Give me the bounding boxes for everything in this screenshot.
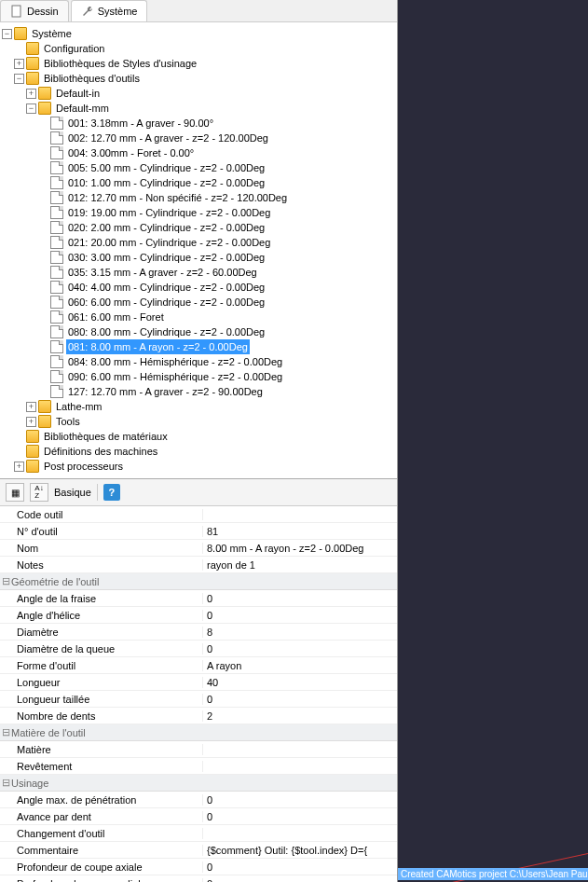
property-name: Forme d'outil (0, 660, 203, 671)
property-value[interactable]: 0 (203, 593, 397, 604)
collapse-icon[interactable]: ⊟ (0, 575, 11, 587)
expand-icon[interactable]: + (14, 462, 24, 472)
tree-tool-item[interactable]: 005: 5.00 mm - Cylindrique - z=2 - 0.00D… (2, 160, 395, 175)
collapse-icon[interactable]: − (26, 103, 36, 114)
property-row[interactable]: Angle max. de pénétration0 (0, 792, 397, 808)
tree-machine-defs[interactable]: Définitions des machines (2, 444, 395, 459)
property-row[interactable]: Profondeur de coupe radiale0 (0, 875, 397, 882)
property-row[interactable]: Commentaire{$comment} Outil: {$tool.inde… (0, 842, 397, 859)
tree-tools[interactable]: +Tools (2, 414, 395, 429)
tree-tool-libs[interactable]: −Bibliothèques d'outils (2, 71, 395, 86)
tree-tool-item[interactable]: 084: 8.00 mm - Hémisphérique - z=2 - 0.0… (2, 354, 395, 369)
property-name: Code outil (0, 509, 203, 520)
property-value[interactable]: 0 (203, 794, 397, 806)
property-value[interactable]: 0 (203, 610, 397, 621)
property-row[interactable]: Code outil (0, 506, 397, 523)
collapse-icon[interactable]: − (2, 29, 12, 39)
document-icon (50, 236, 63, 249)
tree-tool-item[interactable]: 001: 3.18mm - A graver - 90.00° (2, 116, 395, 131)
property-row[interactable]: Diamètre de la queue0 (0, 641, 397, 657)
tree-lathe-mm[interactable]: +Lathe-mm (2, 399, 395, 414)
property-row[interactable]: Matière (0, 741, 397, 758)
property-row[interactable]: Revêtement (0, 758, 397, 775)
tree-tool-item[interactable]: 060: 6.00 mm - Cylindrique - z=2 - 0.00D… (2, 295, 395, 310)
document-icon (50, 131, 63, 145)
property-row[interactable]: Nombre de dents2 (0, 708, 397, 724)
tab-bar: Dessin Système (0, 0, 397, 22)
property-value[interactable]: rayon de 1 (203, 559, 397, 571)
property-grid[interactable]: Code outilN° d'outil81Nom8.00 mm - A ray… (0, 506, 397, 882)
expand-icon[interactable]: + (14, 59, 24, 69)
tree-view[interactable]: −SystèmeConfiguration+Bibliothèques de S… (0, 22, 397, 479)
expand-icon[interactable]: + (26, 417, 36, 427)
property-category[interactable]: ⊟Matière de l'outil (0, 724, 397, 741)
tree-tool-item[interactable]: 019: 19.00 mm - Cylindrique - z=2 - 0.00… (2, 205, 395, 220)
tree-tool-item[interactable]: 090: 6.00 mm - Hémisphérique - z=2 - 0.0… (2, 369, 395, 384)
property-row[interactable]: Diamètre8 (0, 624, 397, 641)
property-value[interactable]: 0 (203, 694, 397, 705)
tree-material-libs[interactable]: Bibliothèques de matériaux (2, 429, 395, 444)
property-value[interactable]: 2 (203, 710, 397, 722)
tree-item-label: 040: 4.00 mm - Cylindrique - z=2 - 0.00D… (66, 280, 267, 295)
property-row[interactable]: N° d'outil81 (0, 523, 397, 540)
property-value[interactable]: 0 (203, 861, 397, 873)
property-value[interactable]: 8.00 mm - A rayon - z=2 - 0.00Deg (203, 543, 397, 554)
property-row[interactable]: Angle d'hélice0 (0, 607, 397, 624)
property-value[interactable]: 0 (203, 643, 397, 655)
tree-default-mm[interactable]: −Default-mm (2, 101, 395, 116)
property-category[interactable]: ⊟Usinage (0, 775, 397, 792)
tree-tool-item[interactable]: 010: 1.00 mm - Cylindrique - z=2 - 0.00D… (2, 175, 395, 190)
tree-default-in[interactable]: +Default-in (2, 86, 395, 101)
property-row[interactable]: Angle de la fraise0 (0, 590, 397, 607)
property-value[interactable]: 8 (203, 627, 397, 638)
property-row[interactable]: Notesrayon de 1 (0, 557, 397, 573)
property-value[interactable]: {$comment} Outil: {$tool.index} D={ (203, 845, 397, 856)
collapse-icon[interactable]: ⊟ (0, 777, 11, 789)
tree-tool-item[interactable]: 012: 12.70 mm - Non spécifié - z=2 - 120… (2, 190, 395, 205)
collapse-icon[interactable]: ⊟ (0, 726, 11, 738)
property-row[interactable]: Forme d'outilA rayon (0, 657, 397, 674)
tree-tool-item[interactable]: 061: 6.00 mm - Foret (2, 310, 395, 324)
document-icon (50, 370, 63, 383)
property-value[interactable]: A rayon (203, 660, 397, 671)
property-row[interactable]: Changement d'outil (0, 825, 397, 842)
property-row[interactable]: Profondeur de coupe axiale0 (0, 859, 397, 875)
property-row[interactable]: Longueur taillée0 (0, 691, 397, 708)
property-row[interactable]: Nom8.00 mm - A rayon - z=2 - 0.00Deg (0, 540, 397, 557)
document-icon (50, 117, 63, 130)
viewport[interactable]: Created CAMotics project C:\Users\Jean P… (398, 0, 588, 882)
property-name: Notes (0, 559, 203, 571)
property-value[interactable]: 81 (203, 526, 397, 537)
property-row[interactable]: Avance par dent0 (0, 808, 397, 825)
tree-config[interactable]: Configuration (2, 41, 395, 56)
tree-tool-item[interactable]: 002: 12.70 mm - A graver - z=2 - 120.00D… (2, 131, 395, 145)
tree-tool-item[interactable]: 030: 3.00 mm - Cylindrique - z=2 - 0.00D… (2, 250, 395, 265)
folder-icon (26, 42, 39, 55)
tree-root-system[interactable]: −Système (2, 26, 395, 41)
property-value[interactable]: 0 (203, 811, 397, 822)
property-category[interactable]: ⊟Géométrie de l'outil (0, 573, 397, 590)
help-button[interactable]: ? (103, 484, 120, 501)
expand-icon[interactable]: + (26, 89, 36, 99)
folder-icon (38, 400, 51, 413)
tree-postprocessors[interactable]: +Post processeurs (2, 459, 395, 474)
tree-tool-item[interactable]: 127: 12.70 mm - A graver - z=2 - 90.00De… (2, 384, 395, 399)
tree-tool-item[interactable]: 081: 8.00 mm - A rayon - z=2 - 0.00Deg (2, 339, 395, 354)
expand-icon[interactable]: + (26, 402, 36, 412)
property-row[interactable]: Longueur40 (0, 674, 397, 691)
tree-tool-item[interactable]: 020: 2.00 mm - Cylindrique - z=2 - 0.00D… (2, 220, 395, 235)
tree-tool-item[interactable]: 080: 8.00 mm - Cylindrique - z=2 - 0.00D… (2, 324, 395, 339)
collapse-icon[interactable]: − (14, 74, 24, 84)
tree-tool-item[interactable]: 035: 3.15 mm - A graver - z=2 - 60.00Deg (2, 265, 395, 280)
property-value[interactable]: 40 (203, 677, 397, 688)
category-label: Géométrie de l'outil (11, 576, 99, 587)
categorize-button[interactable]: ▦ (6, 483, 24, 502)
tree-tool-item[interactable]: 004: 3.00mm - Foret - 0.00° (2, 145, 395, 160)
tree-tool-item[interactable]: 040: 4.00 mm - Cylindrique - z=2 - 0.00D… (2, 280, 395, 295)
property-value[interactable]: 0 (203, 878, 397, 883)
tree-tool-item[interactable]: 021: 20.00 mm - Cylindrique - z=2 - 0.00… (2, 235, 395, 250)
tab-design[interactable]: Dessin (0, 0, 69, 21)
sort-az-button[interactable]: A↓Z (30, 483, 48, 502)
tree-style-libs[interactable]: +Bibliothèques de Styles d'usinage (2, 56, 395, 71)
tab-system[interactable]: Système (71, 0, 148, 21)
